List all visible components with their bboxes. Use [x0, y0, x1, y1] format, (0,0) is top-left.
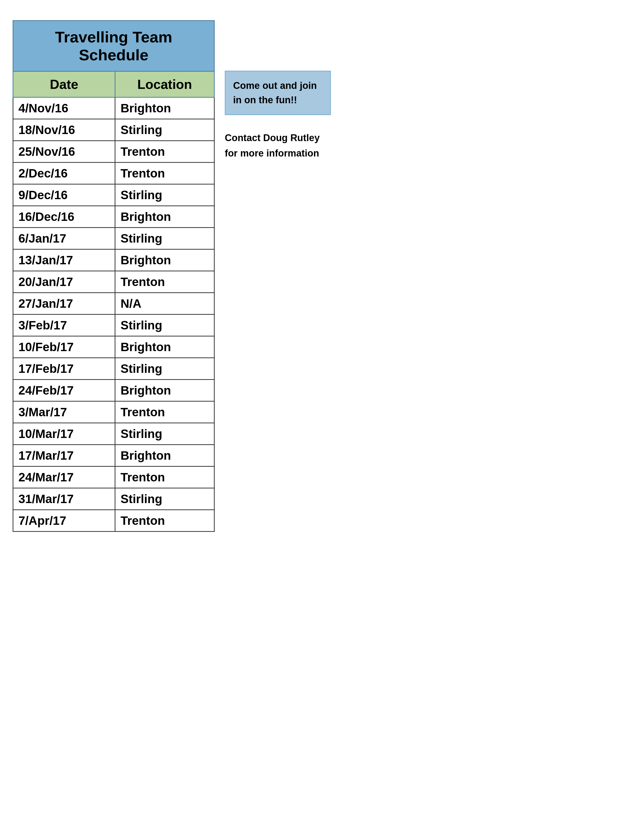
info-box-text: Come out and join in on the fun!!: [233, 80, 317, 105]
table-row: 25/Nov/16Trenton: [13, 141, 214, 162]
date-cell: 17/Feb/17: [13, 358, 115, 380]
location-cell: Brighton: [115, 336, 214, 358]
location-cell: Stirling: [115, 315, 214, 336]
side-panel: Come out and join in on the fun!! Contac…: [225, 20, 351, 161]
location-cell: Trenton: [115, 162, 214, 184]
location-cell: Brighton: [115, 380, 214, 401]
table-row: 3/Feb/17Stirling: [13, 315, 214, 336]
table-row: 17/Mar/17Brighton: [13, 445, 214, 466]
date-cell: 6/Jan/17: [13, 228, 115, 249]
date-cell: 13/Jan/17: [13, 249, 115, 271]
table-row: 7/Apr/17Trenton: [13, 510, 214, 532]
table-row: 20/Jan/17Trenton: [13, 271, 214, 293]
date-cell: 16/Dec/16: [13, 206, 115, 228]
table-row: 18/Nov/16Stirling: [13, 119, 214, 141]
location-header: Location: [115, 71, 214, 97]
date-cell: 3/Mar/17: [13, 401, 115, 423]
location-cell: Brighton: [115, 206, 214, 228]
table-row: 6/Jan/17Stirling: [13, 228, 214, 249]
date-cell: 3/Feb/17: [13, 315, 115, 336]
table-row: 16/Dec/16Brighton: [13, 206, 214, 228]
contact-line1: Contact Doug Rutley: [225, 130, 351, 146]
table-row: 27/Jan/17N/A: [13, 293, 214, 315]
location-cell: Trenton: [115, 466, 214, 488]
table-row: 10/Mar/17Stirling: [13, 423, 214, 445]
date-cell: 17/Mar/17: [13, 445, 115, 466]
table-row: 24/Mar/17Trenton: [13, 466, 214, 488]
table-row: 9/Dec/16Stirling: [13, 184, 214, 206]
location-cell: Stirling: [115, 488, 214, 510]
date-header: Date: [13, 71, 115, 97]
title-row: Travelling Team Schedule: [13, 21, 214, 71]
table-title: Travelling Team Schedule: [13, 21, 214, 71]
table-row: 13/Jan/17Brighton: [13, 249, 214, 271]
location-cell: Stirling: [115, 228, 214, 249]
location-cell: Trenton: [115, 141, 214, 162]
date-cell: 20/Jan/17: [13, 271, 115, 293]
date-cell: 10/Mar/17: [13, 423, 115, 445]
table-row: 24/Feb/17Brighton: [13, 380, 214, 401]
info-box: Come out and join in on the fun!!: [225, 71, 331, 115]
location-cell: Trenton: [115, 510, 214, 532]
location-cell: Brighton: [115, 445, 214, 466]
date-cell: 27/Jan/17: [13, 293, 115, 315]
location-cell: Stirling: [115, 423, 214, 445]
contact-line2: for more information: [225, 146, 351, 161]
location-cell: Trenton: [115, 401, 214, 423]
table-row: 2/Dec/16Trenton: [13, 162, 214, 184]
location-cell: Stirling: [115, 119, 214, 141]
table-row: 31/Mar/17Stirling: [13, 488, 214, 510]
date-cell: 25/Nov/16: [13, 141, 115, 162]
table-row: 4/Nov/16Brighton: [13, 97, 214, 119]
date-cell: 10/Feb/17: [13, 336, 115, 358]
date-cell: 7/Apr/17: [13, 510, 115, 532]
date-cell: 31/Mar/17: [13, 488, 115, 510]
location-cell: Brighton: [115, 249, 214, 271]
table-section: Travelling Team Schedule Date Location 4…: [13, 20, 215, 532]
date-cell: 4/Nov/16: [13, 97, 115, 119]
page-container: Travelling Team Schedule Date Location 4…: [13, 15, 631, 532]
date-cell: 2/Dec/16: [13, 162, 115, 184]
table-row: 10/Feb/17Brighton: [13, 336, 214, 358]
location-cell: Brighton: [115, 97, 214, 119]
location-cell: Stirling: [115, 358, 214, 380]
date-cell: 18/Nov/16: [13, 119, 115, 141]
schedule-table: Travelling Team Schedule Date Location 4…: [13, 20, 215, 532]
date-cell: 9/Dec/16: [13, 184, 115, 206]
location-cell: Stirling: [115, 184, 214, 206]
contact-info: Contact Doug Rutley for more information: [225, 130, 351, 161]
location-cell: N/A: [115, 293, 214, 315]
date-cell: 24/Mar/17: [13, 466, 115, 488]
location-cell: Trenton: [115, 271, 214, 293]
header-row: Date Location: [13, 71, 214, 97]
date-cell: 24/Feb/17: [13, 380, 115, 401]
table-row: 17/Feb/17Stirling: [13, 358, 214, 380]
table-row: 3/Mar/17Trenton: [13, 401, 214, 423]
